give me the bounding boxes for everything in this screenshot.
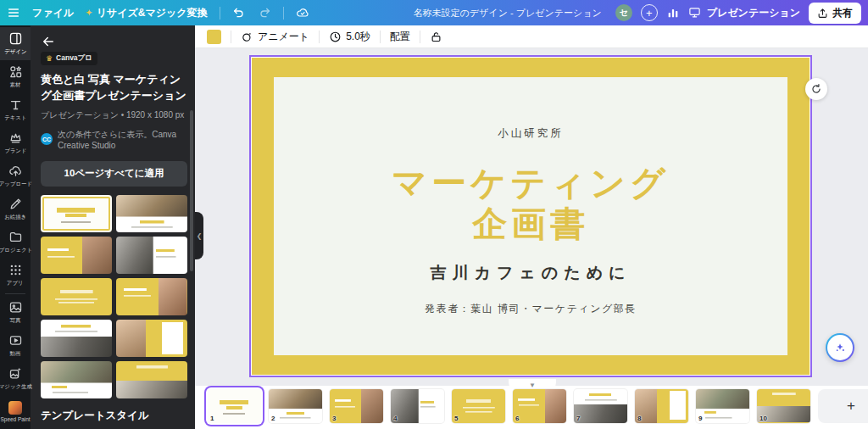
insights-chart-icon[interactable] [666,6,680,20]
slide-content: 小山研究所 マーケティング 企画書 吉川カフェのために 発表者：葉山 博司・マー… [274,77,787,355]
template-thumb-6[interactable] [116,278,187,315]
pro-badge: ♛ Canvaプロ [41,52,97,65]
template-thumb-2[interactable] [116,195,187,232]
page-number: 3 [332,415,336,422]
videos-icon [8,333,23,348]
sidebar-item-label: お絵描き [4,213,26,220]
filmstrip-page-1[interactable]: 1 [208,389,261,423]
filmstrip-page-10[interactable]: 10 [757,389,810,423]
duration-button[interactable]: 5.0秒 [329,30,370,44]
topbar: ファイル ✦ リサイズ&マジック変換 名称未設定のデザイン - プレゼンテーショ… [0,0,868,25]
add-page-button[interactable]: + [818,389,868,423]
page-number: 5 [454,415,458,422]
arrange-button[interactable]: 配置 [390,30,410,44]
document-title[interactable]: 名称未設定のデザイン - プレゼンテーション [414,7,602,20]
sidebar-item-videos[interactable]: 動画 [0,329,31,362]
lock-button[interactable] [430,31,442,43]
slide-subtitle[interactable]: 吉川カフェのために [430,262,631,284]
present-button[interactable]: プレゼンテーション [688,6,800,20]
sidebar-item-label: 写真 [10,316,21,324]
arrange-label: 配置 [390,30,410,44]
sidebar-item-label: Speed Paint [0,416,30,421]
topbar-divider [283,7,284,20]
sidebar-item-photos[interactable]: 写真 [0,296,31,329]
panel-collapse-handle[interactable]: ❮ [195,212,203,259]
template-thumb-8[interactable] [116,320,187,357]
attribution-row[interactable]: CC 次の条件でさらに表示。Canva Creative Studio [41,129,187,150]
page-number: 4 [393,415,397,422]
template-thumb-5[interactable] [41,278,112,315]
filmstrip: 1 2 3 4 5 6 7 8 9 10 + [195,386,868,429]
filmstrip-page-3[interactable]: 3 [330,389,383,423]
background-color-swatch[interactable] [207,30,221,44]
sidebar-item-projects[interactable]: プロジェクト [0,226,31,259]
filmstrip-page-8[interactable]: 8 [635,389,688,423]
template-thumb-10[interactable] [116,361,187,398]
unlock-icon [430,31,442,43]
slide-page-1[interactable]: 小山研究所 マーケティング 企画書 吉川カフェのために 発表者：葉山 博司・マー… [249,55,812,377]
pro-badge-label: Canvaプロ [56,53,92,64]
page-number: 6 [515,415,519,422]
apply-all-pages-button[interactable]: 10ページすべてに適用 [41,161,187,187]
template-thumb-1[interactable] [41,195,112,232]
attribution-text: 次の条件でさらに表示。Canva Creative Studio [58,129,187,150]
sidebar-item-magic-media[interactable]: マジック生成 [0,362,31,395]
file-menu-label: ファイル [32,6,74,20]
template-thumb-7[interactable] [41,320,112,357]
template-styles-heading: テンプレートスタイル [41,409,187,423]
sidebar-item-uploads[interactable]: アップロード [0,159,31,192]
template-thumb-4[interactable] [116,237,187,274]
slide-presenter-text[interactable]: 発表者：葉山 博司・マーケティング部長 [425,302,637,316]
sidebar-item-label: アップロード [0,180,32,187]
add-member-button[interactable]: + [641,4,658,21]
filmstrip-page-4[interactable]: 4 [391,389,444,423]
toolbar-divider [380,31,381,43]
back-arrow-icon[interactable] [41,34,187,49]
file-menu-button[interactable]: ファイル [32,6,74,20]
slide-org-text[interactable]: 小山研究所 [498,126,564,141]
avatar[interactable]: セ [615,4,632,21]
sidebar-item-design[interactable]: デザイン [0,27,31,60]
share-button[interactable]: 共有 [809,3,861,24]
share-label: 共有 [832,6,853,20]
sidebar-item-label: プロジェクト [0,246,32,254]
sidebar-item-apps[interactable]: アプリ [0,259,31,292]
design-icon [8,31,23,46]
toolbar-divider [231,31,231,43]
sidebar-item-label: 素材 [10,81,21,88]
undo-icon[interactable] [232,6,246,20]
sidebar-item-elements[interactable]: 素材 [0,60,31,93]
filmstrip-page-7[interactable]: 7 [574,389,627,423]
resize-magic-button[interactable]: ✦ リサイズ&マジック変換 [86,6,207,20]
page-number: 2 [271,415,275,422]
slide-main-title[interactable]: マーケティング 企画書 [392,163,670,245]
sidebar-item-brand[interactable]: ブランド [0,126,31,159]
filmstrip-page-2[interactable]: 2 [269,389,322,423]
filmstrip-page-9[interactable]: 9 [696,389,749,423]
redo-icon[interactable] [258,6,271,20]
sidebar-item-text[interactable]: テキスト [0,93,31,126]
cloud-saved-icon [296,6,309,20]
rotate-page-button[interactable] [805,78,827,100]
template-thumb-3[interactable] [41,237,112,274]
canva-assistant-button[interactable] [826,333,854,362]
hamburger-menu-icon[interactable] [7,6,20,20]
resize-magic-label: リサイズ&マジック変換 [97,6,208,20]
sidebar-item-label: 動画 [10,349,21,357]
animate-button[interactable]: アニメート [241,30,309,44]
sidebar-item-label: ブランド [4,147,26,154]
slide-title-line1: マーケティング [392,163,670,203]
animate-label: アニメート [258,30,309,44]
sidebar-item-speed-paint[interactable]: Speed Paint [0,395,31,428]
template-thumb-9[interactable] [41,361,112,398]
filmstrip-page-6[interactable]: 6 [513,389,566,423]
panel-scrollbar[interactable] [190,110,193,271]
sidebar-item-draw[interactable]: お絵描き [0,192,31,226]
sidebar-item-label: アプリ [7,279,24,287]
page-number: 8 [637,415,641,422]
page-number: 9 [698,415,702,422]
page-number: 1 [210,415,214,422]
template-panel: ♛ Canvaプロ 黄色と白 写真 マーケティング企画書プレゼンテーション プレ… [31,25,195,429]
filmstrip-page-5[interactable]: 5 [452,389,505,423]
sidebar-item-label: デザイン [4,47,26,55]
